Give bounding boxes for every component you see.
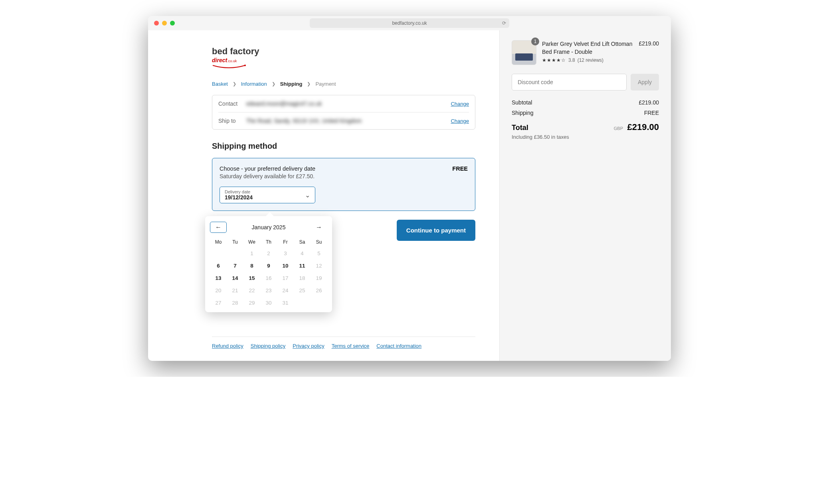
chevron-right-icon: ❯ (233, 81, 236, 87)
arrow-right-icon: → (316, 224, 322, 231)
main-column: bed factory direct.co.uk Basket ❯ Inform… (148, 30, 499, 361)
calendar-day[interactable]: 10 (277, 260, 294, 272)
calendar-next-button[interactable]: → (311, 222, 327, 233)
minimize-window-icon[interactable] (162, 21, 167, 26)
calendar-dow: Th (260, 237, 277, 247)
total-value: £219.00 (627, 122, 659, 132)
calendar-day[interactable]: 9 (260, 260, 277, 272)
breadcrumb: Basket ❯ Information ❯ Shipping ❯ Paymen… (212, 81, 475, 87)
shipto-label: Ship to (218, 118, 246, 124)
calendar-day[interactable]: 11 (294, 260, 311, 272)
order-summary-column: 1 Parker Grey Velvet End Lift Ottoman Be… (499, 30, 671, 361)
subtotal-value: £219.00 (639, 99, 659, 106)
contact-row: Contact edward.moon@magic47.co.uk Change (218, 95, 469, 112)
calendar-day: 3 (277, 247, 294, 260)
product-price: £219.00 (639, 40, 659, 65)
calendar-day: 31 (277, 297, 294, 309)
tax-note: Including £36.50 in taxes (512, 134, 659, 140)
url-bar[interactable]: bedfactory.co.uk ⟳ (310, 18, 509, 28)
contact-shipto-box: Contact edward.moon@magic47.co.uk Change… (212, 95, 475, 130)
discount-row: Apply (512, 74, 659, 91)
calendar-day: 21 (227, 284, 243, 297)
calendar-day: 22 (243, 284, 260, 297)
page-content: bed factory direct.co.uk Basket ❯ Inform… (148, 30, 671, 361)
shipto-row: Ship to The Road, Sandy, SG19 1XX, Unite… (218, 112, 469, 129)
chevron-right-icon: ❯ (307, 81, 311, 87)
calendar-day: 28 (227, 297, 243, 309)
calendar-day (210, 247, 227, 260)
product-name: Parker Grey Velvet End Lift Ottoman Bed … (542, 40, 633, 56)
breadcrumb-information[interactable]: Information (241, 81, 267, 87)
calendar-day[interactable]: 6 (210, 260, 227, 272)
site-logo[interactable]: bed factory direct.co.uk (212, 46, 475, 71)
shipping-cost-row: Shipping FREE (512, 110, 659, 116)
continue-to-payment-button[interactable]: Continue to payment (397, 220, 475, 241)
shipping-option-title: Choose - your preferred delivery date (220, 165, 315, 172)
breadcrumb-shipping: Shipping (280, 81, 303, 87)
calendar-day: 17 (277, 272, 294, 284)
calendar-dow: Fr (277, 237, 294, 247)
calendar-dow: We (243, 237, 260, 247)
calendar-dow: Sa (294, 237, 311, 247)
shipping-policy-link[interactable]: Shipping policy (251, 343, 285, 349)
calendar-day: 5 (311, 247, 327, 260)
calendar-dow: Mo (210, 237, 227, 247)
calendar-popup: ← January 2025 → MoTuWeThFrSaSu123456789… (205, 216, 332, 312)
shipping-cost-label: Shipping (512, 110, 534, 116)
calendar-day[interactable]: 15 (243, 272, 260, 284)
calendar-day: 29 (243, 297, 260, 309)
privacy-policy-link[interactable]: Privacy policy (293, 343, 324, 349)
contact-label: Contact (218, 100, 246, 107)
change-contact-link[interactable]: Change (451, 101, 469, 107)
calendar-day: 19 (311, 272, 327, 284)
product-rating: ★★★★☆ 3.8 (12 reviews) (542, 57, 633, 63)
footer-links: Refund policy Shipping policy Privacy po… (212, 337, 475, 349)
change-shipto-link[interactable]: Change (451, 118, 469, 124)
cart-qty-badge: 1 (531, 37, 539, 45)
calendar-day: 16 (260, 272, 277, 284)
calendar-month-label: January 2025 (252, 224, 286, 230)
calendar-day: 24 (277, 284, 294, 297)
cart-item: 1 Parker Grey Velvet End Lift Ottoman Be… (512, 40, 659, 65)
browser-chrome: bedfactory.co.uk ⟳ (148, 16, 671, 30)
calendar-day: 18 (294, 272, 311, 284)
calendar-dow: Su (311, 237, 327, 247)
subtotal-row: Subtotal £219.00 (512, 99, 659, 106)
contact-value: edward.moon@magic47.co.uk (246, 100, 451, 107)
calendar-day: 23 (260, 284, 277, 297)
apply-discount-button[interactable]: Apply (631, 74, 659, 91)
calendar-day: 27 (210, 297, 227, 309)
review-count: (12 reviews) (578, 57, 603, 63)
close-window-icon[interactable] (154, 21, 159, 26)
maximize-window-icon[interactable] (170, 21, 175, 26)
logo-swoosh-icon (212, 65, 246, 69)
breadcrumb-basket[interactable]: Basket (212, 81, 228, 87)
calendar-day: 30 (260, 297, 277, 309)
traffic-lights (154, 21, 175, 26)
refund-policy-link[interactable]: Refund policy (212, 343, 243, 349)
chevron-right-icon: ❯ (272, 81, 275, 87)
calendar-grid: MoTuWeThFrSaSu12345678910111213141516171… (210, 237, 327, 309)
shipping-option-box[interactable]: Choose - your preferred delivery date Sa… (212, 158, 475, 211)
svg-point-0 (244, 65, 246, 66)
terms-of-service-link[interactable]: Terms of service (332, 343, 370, 349)
delivery-date-select[interactable]: Delivery date 19/12/2024 ⌄ ← January 202… (220, 187, 315, 203)
calendar-day: 4 (294, 247, 311, 260)
calendar-day[interactable]: 14 (227, 272, 243, 284)
reload-icon[interactable]: ⟳ (502, 20, 506, 26)
calendar-dow: Tu (227, 237, 243, 247)
shipping-cost-value: FREE (644, 110, 659, 116)
contact-information-link[interactable]: Contact information (376, 343, 421, 349)
shipto-value: The Road, Sandy, SG19 1XX, United Kingdo… (246, 118, 451, 124)
calendar-day[interactable]: 7 (227, 260, 243, 272)
total-label: Total (512, 124, 528, 132)
discount-code-input[interactable] (512, 74, 627, 91)
subtotal-label: Subtotal (512, 99, 532, 106)
calendar-day[interactable]: 8 (243, 260, 260, 272)
calendar-day (227, 247, 243, 260)
breadcrumb-payment: Payment (315, 81, 336, 87)
calendar-prev-button[interactable]: ← (210, 222, 227, 233)
calendar-day[interactable]: 13 (210, 272, 227, 284)
product-thumbnail: 1 (512, 40, 536, 65)
calendar-day: 25 (294, 284, 311, 297)
